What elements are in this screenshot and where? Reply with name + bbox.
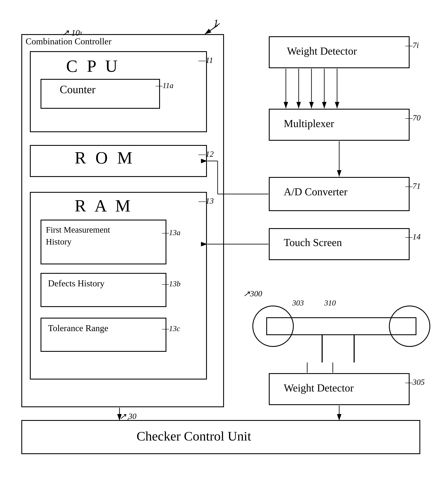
counter-label: Counter xyxy=(60,83,96,96)
ram-label: R A M xyxy=(75,196,133,216)
tolerance-range-box xyxy=(41,318,166,352)
first-measurement-history-label: First Measurement History xyxy=(46,224,127,248)
touch-screen-label: Touch Screen xyxy=(284,236,342,248)
conveyor-belt xyxy=(247,290,439,371)
ref-1: 1 xyxy=(213,17,218,29)
checker-control-unit-label: Checker Control Unit xyxy=(137,429,251,444)
ref-13a: —13a xyxy=(162,228,180,237)
defects-history-box xyxy=(41,273,166,307)
multiplexer-label: Multiplexer xyxy=(284,117,334,130)
ref-13: —13 xyxy=(198,196,214,205)
ref-7i: —7i xyxy=(405,41,419,50)
ref-70: —70 xyxy=(405,113,421,122)
weight-detector-top-label: Weight Detector xyxy=(287,45,357,57)
svg-rect-21 xyxy=(267,318,416,335)
svg-point-22 xyxy=(253,306,293,346)
svg-point-23 xyxy=(389,306,430,346)
rom-label: R O M xyxy=(75,148,135,168)
counter-box xyxy=(41,79,160,109)
ref-12: —12 xyxy=(198,149,214,159)
defects-history-label: Defects History xyxy=(48,278,105,288)
ad-converter-label: A/D Converter xyxy=(284,186,348,198)
ref-14: —14 xyxy=(405,232,421,241)
ref-13b: —13b xyxy=(162,279,180,288)
tolerance-range-label: Tolerance Range xyxy=(48,323,108,333)
ref-11a: —11a xyxy=(156,81,174,90)
combination-controller-label: Combination Controller xyxy=(26,36,111,47)
ref-13c: —13c xyxy=(162,324,180,333)
ref-71: —71 xyxy=(405,181,421,191)
cpu-label: C P U xyxy=(66,57,120,76)
weight-detector-bottom-label: Weight Detector xyxy=(284,382,354,394)
ref-30: ↗ 30 xyxy=(119,412,137,421)
ref-305: —305 xyxy=(405,377,425,387)
ref-11: —11 xyxy=(198,55,213,65)
